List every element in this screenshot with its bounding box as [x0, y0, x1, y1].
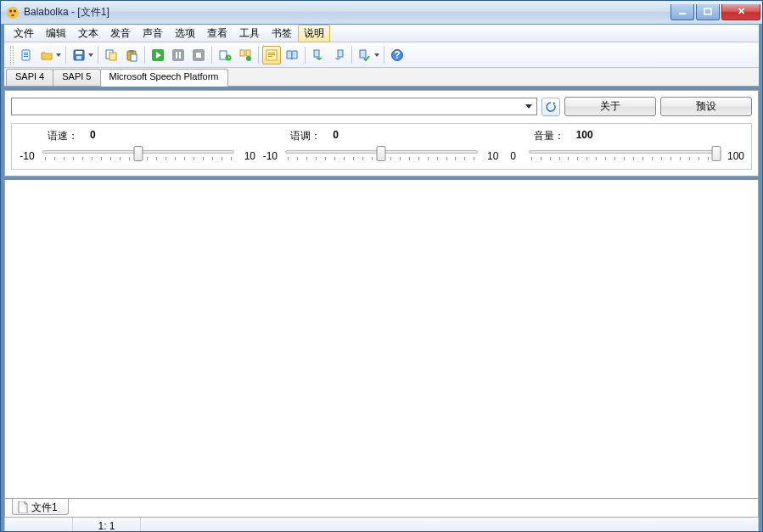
- statusbar: 1: 1: [4, 518, 759, 532]
- svg-rect-17: [131, 54, 137, 61]
- svg-point-0: [7, 7, 19, 19]
- svg-rect-31: [268, 54, 275, 55]
- svg-rect-35: [360, 50, 366, 58]
- titlebar: Balabolka - [文件1] ✕: [1, 1, 762, 25]
- book-button[interactable]: [283, 46, 301, 64]
- engine-tabs: SAPI 4 SAPI 5 Microsoft Speech Platform: [4, 68, 759, 87]
- slider-thumb[interactable]: [712, 146, 721, 161]
- toolbar: ?: [4, 42, 759, 68]
- toolbar-separator: [305, 47, 306, 64]
- voice-select[interactable]: [11, 98, 537, 115]
- app-icon: [6, 6, 20, 20]
- svg-rect-9: [24, 56, 28, 57]
- dropdown-arrow-icon[interactable]: [521, 99, 536, 114]
- svg-point-28: [246, 56, 251, 61]
- new-file-button[interactable]: [17, 46, 36, 64]
- window-controls: ✕: [669, 4, 760, 21]
- speed-label: 语速：: [48, 129, 78, 143]
- spellcheck-button[interactable]: [356, 46, 374, 64]
- slider-speed: 语速：0 -10 10: [17, 129, 260, 167]
- maximize-button[interactable]: [696, 4, 720, 20]
- pause-button[interactable]: [169, 46, 188, 64]
- split-audio-button[interactable]: [236, 46, 255, 64]
- svg-rect-4: [679, 13, 686, 14]
- menu-help[interactable]: 说明: [298, 25, 330, 42]
- slider-thumb[interactable]: [377, 146, 386, 161]
- highlight-text-button[interactable]: [262, 46, 281, 64]
- volume-value: 100: [576, 129, 593, 143]
- pitch-min: -10: [260, 150, 280, 162]
- speed-slider[interactable]: [42, 145, 234, 167]
- menu-speak[interactable]: 发音: [104, 25, 137, 42]
- svg-point-1: [9, 9, 12, 12]
- speed-min: -10: [17, 150, 37, 162]
- slider-volume: 音量：100 0 100: [503, 129, 746, 167]
- refresh-voices-button[interactable]: [541, 98, 560, 116]
- nav-next-button[interactable]: [329, 46, 348, 64]
- tab-ms-speech-platform[interactable]: Microsoft Speech Platform: [100, 69, 228, 87]
- svg-point-2: [14, 9, 16, 12]
- svg-point-3: [11, 14, 14, 15]
- copy-button[interactable]: [102, 46, 121, 64]
- toolbar-separator: [351, 47, 352, 64]
- pitch-max: 10: [483, 150, 503, 162]
- svg-rect-19: [172, 49, 184, 61]
- window-title: Balabolka - [文件1]: [24, 5, 669, 20]
- menu-bookmark[interactable]: 书签: [266, 25, 298, 42]
- toolbar-separator: [258, 47, 259, 64]
- pitch-slider[interactable]: [285, 145, 477, 167]
- document-tabs: 文件1: [4, 499, 759, 518]
- speed-value: 0: [90, 129, 96, 143]
- stop-button[interactable]: [189, 46, 208, 64]
- speed-max: 10: [239, 150, 260, 162]
- volume-min: 0: [503, 150, 524, 162]
- menu-tools[interactable]: 工具: [233, 25, 266, 42]
- menu-file[interactable]: 文件: [8, 25, 40, 42]
- document-tab[interactable]: 文件1: [12, 499, 69, 515]
- menu-edit[interactable]: 编辑: [40, 25, 72, 42]
- svg-rect-27: [246, 50, 250, 56]
- open-folder-dropdown[interactable]: [55, 46, 61, 64]
- text-editor[interactable]: [4, 180, 759, 499]
- menu-voice[interactable]: 声音: [137, 25, 169, 42]
- svg-rect-23: [196, 53, 201, 58]
- svg-rect-11: [76, 51, 82, 54]
- spellcheck-dropdown[interactable]: [373, 46, 379, 64]
- toolbar-grip[interactable]: [10, 46, 14, 64]
- svg-rect-20: [176, 52, 177, 59]
- close-button[interactable]: ✕: [721, 4, 760, 20]
- save-button[interactable]: [70, 46, 88, 64]
- play-button[interactable]: [149, 46, 167, 64]
- pitch-value: 0: [333, 129, 339, 143]
- svg-rect-14: [109, 53, 116, 60]
- open-folder-button[interactable]: [37, 46, 56, 64]
- preset-button[interactable]: 预设: [660, 97, 752, 116]
- svg-text:?: ?: [394, 49, 400, 61]
- volume-slider[interactable]: [529, 145, 721, 167]
- save-dropdown[interactable]: [87, 46, 93, 64]
- volume-label: 音量：: [534, 129, 564, 143]
- slider-pitch: 语调：0 -10 10: [260, 129, 502, 167]
- pitch-label: 语调：: [290, 129, 321, 143]
- volume-max: 100: [726, 150, 746, 162]
- svg-rect-21: [179, 52, 181, 59]
- svg-rect-34: [338, 50, 343, 57]
- minimize-button[interactable]: [670, 4, 694, 20]
- document-tab-label: 文件1: [31, 501, 58, 515]
- about-button[interactable]: 关于: [564, 97, 656, 116]
- paste-button[interactable]: [122, 46, 141, 64]
- menu-text[interactable]: 文本: [72, 25, 104, 42]
- slider-thumb[interactable]: [134, 146, 143, 161]
- help-button[interactable]: ?: [388, 46, 407, 64]
- nav-prev-button[interactable]: [309, 46, 328, 64]
- toolbar-separator: [211, 47, 212, 64]
- menu-view[interactable]: 查看: [201, 25, 233, 42]
- svg-rect-5: [704, 8, 711, 14]
- tab-sapi4[interactable]: SAPI 4: [6, 69, 53, 86]
- export-audio-button[interactable]: [216, 46, 234, 64]
- menu-options[interactable]: 选项: [169, 25, 201, 42]
- svg-rect-7: [24, 53, 28, 53]
- voice-panel: 关于 预设 语速：0 -10 10 语调：0 -10: [4, 90, 759, 176]
- tab-sapi5[interactable]: SAPI 5: [53, 69, 100, 86]
- toolbar-separator: [144, 47, 145, 64]
